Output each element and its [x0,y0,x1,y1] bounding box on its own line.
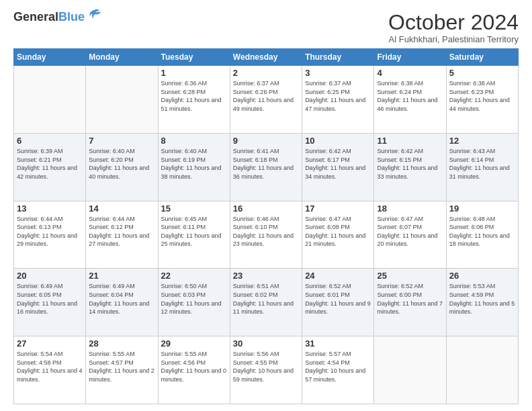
day-number: 9 [233,136,299,146]
day-number: 20 [17,271,83,281]
weekday-header-thursday: Thursday [302,49,374,66]
day-info: Sunrise: 6:40 AMSunset: 6:20 PMDaylight:… [89,147,154,181]
location: Al Fukhkhari, Palestinian Territory [388,34,519,44]
calendar-cell: 12Sunrise: 6:43 AMSunset: 6:14 PMDayligh… [446,133,518,201]
day-number: 30 [233,338,299,349]
calendar-cell: 27Sunrise: 5:54 AMSunset: 4:58 PMDayligh… [14,336,86,404]
day-info: Sunrise: 6:48 AMSunset: 6:06 PMDaylight:… [449,215,515,248]
day-info: Sunrise: 5:55 AMSunset: 4:56 PMDaylight:… [161,350,227,383]
calendar-cell: 24Sunrise: 6:52 AMSunset: 6:01 PMDayligh… [302,269,374,336]
calendar-cell: 25Sunrise: 6:52 AMSunset: 6:00 PMDayligh… [374,269,446,336]
calendar-cell: 22Sunrise: 6:50 AMSunset: 6:03 PMDayligh… [158,269,230,336]
calendar-cell: 11Sunrise: 6:42 AMSunset: 6:15 PMDayligh… [374,133,446,201]
calendar-cell: 8Sunrise: 6:40 AMSunset: 6:19 PMDaylight… [158,133,230,201]
calendar-cell: 19Sunrise: 6:48 AMSunset: 6:06 PMDayligh… [446,201,518,269]
title-block: October 2024 Al Fukhkhari, Palestinian T… [388,11,519,44]
day-info: Sunrise: 6:44 AMSunset: 6:12 PMDaylight:… [89,215,154,248]
calendar-cell [446,336,518,404]
day-number: 11 [377,136,443,146]
calendar-cell: 15Sunrise: 6:45 AMSunset: 6:11 PMDayligh… [158,201,230,269]
day-info: Sunrise: 6:47 AMSunset: 6:07 PMDaylight:… [377,215,443,248]
day-number: 7 [89,136,154,146]
weekday-header-friday: Friday [374,49,446,66]
calendar-cell [374,336,446,404]
day-info: Sunrise: 5:57 AMSunset: 4:54 PMDaylight:… [305,350,371,383]
weekday-header-monday: Monday [86,49,158,66]
day-info: Sunrise: 6:50 AMSunset: 6:03 PMDaylight:… [161,282,227,316]
day-number: 23 [233,271,299,281]
calendar-cell: 5Sunrise: 6:38 AMSunset: 6:23 PMDaylight… [446,66,518,134]
day-info: Sunrise: 6:46 AMSunset: 6:10 PMDaylight:… [233,215,299,248]
day-info: Sunrise: 6:45 AMSunset: 6:11 PMDaylight:… [161,215,227,248]
day-info: Sunrise: 5:54 AMSunset: 4:58 PMDaylight:… [17,350,83,383]
calendar-cell: 4Sunrise: 6:38 AMSunset: 6:24 PMDaylight… [374,66,446,134]
calendar-cell: 14Sunrise: 6:44 AMSunset: 6:12 PMDayligh… [86,201,158,269]
day-info: Sunrise: 6:37 AMSunset: 6:26 PMDaylight:… [233,79,299,113]
calendar-week-row: 13Sunrise: 6:44 AMSunset: 6:13 PMDayligh… [14,201,519,269]
calendar-cell [14,66,86,134]
calendar-cell: 17Sunrise: 6:47 AMSunset: 6:08 PMDayligh… [302,201,374,269]
calendar-cell: 20Sunrise: 6:49 AMSunset: 6:05 PMDayligh… [14,269,86,336]
day-number: 5 [449,68,515,78]
calendar-cell: 1Sunrise: 6:36 AMSunset: 6:28 PMDaylight… [158,66,230,134]
day-number: 4 [377,68,443,78]
calendar-cell: 31Sunrise: 5:57 AMSunset: 4:54 PMDayligh… [302,336,374,404]
day-info: Sunrise: 6:49 AMSunset: 6:05 PMDaylight:… [17,282,83,316]
day-info: Sunrise: 5:55 AMSunset: 4:57 PMDaylight:… [89,350,154,383]
calendar-cell: 21Sunrise: 6:49 AMSunset: 6:04 PMDayligh… [86,269,158,336]
calendar-week-row: 27Sunrise: 5:54 AMSunset: 4:58 PMDayligh… [14,336,519,404]
day-number: 17 [305,203,371,214]
day-info: Sunrise: 6:47 AMSunset: 6:08 PMDaylight:… [305,215,371,248]
day-info: Sunrise: 6:43 AMSunset: 6:14 PMDaylight:… [449,147,515,181]
logo: GeneralBlue [13,11,102,23]
calendar-cell: 26Sunrise: 5:53 AMSunset: 4:59 PMDayligh… [446,269,518,336]
day-number: 27 [17,338,83,349]
day-number: 14 [89,203,154,214]
month-title: October 2024 [388,11,519,34]
day-info: Sunrise: 6:49 AMSunset: 6:04 PMDaylight:… [89,282,154,316]
calendar-cell: 13Sunrise: 6:44 AMSunset: 6:13 PMDayligh… [14,201,86,269]
calendar-cell: 3Sunrise: 6:37 AMSunset: 6:25 PMDaylight… [302,66,374,134]
day-number: 21 [89,271,154,281]
day-info: Sunrise: 6:52 AMSunset: 6:01 PMDaylight:… [305,282,371,316]
logo-bird-icon [87,8,102,23]
day-info: Sunrise: 6:37 AMSunset: 6:25 PMDaylight:… [305,79,371,113]
calendar-cell: 16Sunrise: 6:46 AMSunset: 6:10 PMDayligh… [230,201,302,269]
day-info: Sunrise: 6:44 AMSunset: 6:13 PMDaylight:… [17,215,83,248]
header: GeneralBlue October 2024 Al Fukhkhari, P… [13,11,519,44]
day-number: 29 [161,338,227,349]
weekday-header-row: SundayMondayTuesdayWednesdayThursdayFrid… [14,49,519,66]
day-number: 26 [449,271,515,281]
calendar-cell: 10Sunrise: 6:42 AMSunset: 6:17 PMDayligh… [302,133,374,201]
day-number: 3 [305,68,371,78]
day-number: 8 [161,136,227,146]
calendar-cell: 18Sunrise: 6:47 AMSunset: 6:07 PMDayligh… [374,201,446,269]
day-info: Sunrise: 5:53 AMSunset: 4:59 PMDaylight:… [449,282,515,316]
day-number: 22 [161,271,227,281]
day-info: Sunrise: 6:40 AMSunset: 6:19 PMDaylight:… [161,147,227,181]
calendar-cell: 6Sunrise: 6:39 AMSunset: 6:21 PMDaylight… [14,133,86,201]
day-info: Sunrise: 6:51 AMSunset: 6:02 PMDaylight:… [233,282,299,316]
calendar-cell: 9Sunrise: 6:41 AMSunset: 6:18 PMDaylight… [230,133,302,201]
day-info: Sunrise: 6:42 AMSunset: 6:17 PMDaylight:… [305,147,371,181]
day-number: 18 [377,203,443,214]
calendar-week-row: 20Sunrise: 6:49 AMSunset: 6:05 PMDayligh… [14,269,519,336]
calendar-cell: 23Sunrise: 6:51 AMSunset: 6:02 PMDayligh… [230,269,302,336]
day-number: 25 [377,271,443,281]
calendar-cell: 2Sunrise: 6:37 AMSunset: 6:26 PMDaylight… [230,66,302,134]
weekday-header-sunday: Sunday [14,49,86,66]
day-info: Sunrise: 5:56 AMSunset: 4:55 PMDaylight:… [233,350,299,383]
day-number: 10 [305,136,371,146]
calendar-cell [86,66,158,134]
logo-blue: Blue [58,10,85,24]
day-number: 16 [233,203,299,214]
day-info: Sunrise: 6:38 AMSunset: 6:24 PMDaylight:… [377,79,443,113]
day-number: 13 [17,203,83,214]
calendar-week-row: 6Sunrise: 6:39 AMSunset: 6:21 PMDaylight… [14,133,519,201]
day-number: 2 [233,68,299,78]
calendar-week-row: 1Sunrise: 6:36 AMSunset: 6:28 PMDaylight… [14,66,519,134]
day-info: Sunrise: 6:36 AMSunset: 6:28 PMDaylight:… [161,79,227,113]
day-number: 15 [161,203,227,214]
calendar-table: SundayMondayTuesdayWednesdayThursdayFrid… [13,48,519,404]
day-info: Sunrise: 6:52 AMSunset: 6:00 PMDaylight:… [377,282,443,316]
